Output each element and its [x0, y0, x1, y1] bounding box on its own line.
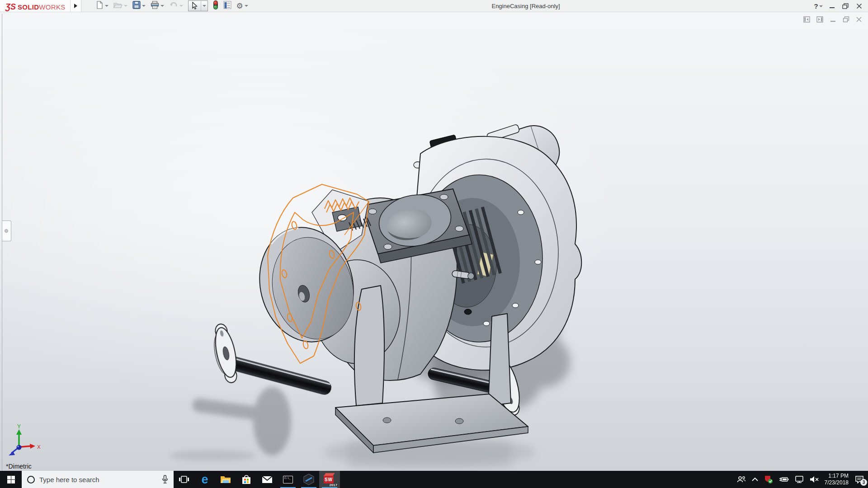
restore-button[interactable] — [839, 0, 852, 12]
people-button[interactable] — [737, 476, 746, 483]
solidworks-cube: SW — [324, 476, 334, 483]
command-prompt-button[interactable]: C:\_ — [278, 471, 298, 488]
print-icon — [151, 1, 159, 11]
triad-x-label: X — [37, 444, 41, 450]
command-prompt-icon: C:\_ — [283, 476, 293, 483]
chevron-up-icon — [752, 478, 758, 481]
options-caret-icon[interactable] — [245, 5, 248, 7]
select-tool-button[interactable] — [189, 1, 201, 11]
select-cursor-icon — [191, 2, 198, 10]
undo-button[interactable] — [168, 0, 184, 11]
window-title: EngineCasing [Read-only] — [458, 0, 594, 12]
open-folder-icon — [113, 1, 123, 11]
solidworks-logo-mark: ƷS — [5, 1, 16, 12]
people-icon — [737, 476, 746, 483]
taskbar-apps: e C:\_ — [174, 471, 340, 488]
options-gear-icon: ⚙ — [236, 2, 243, 10]
model-canvas[interactable] — [0, 12, 868, 471]
close-button[interactable] — [852, 0, 866, 12]
task-view-icon — [179, 475, 189, 483]
select-tool-caret[interactable] — [201, 1, 208, 11]
select-tool-group — [188, 0, 208, 11]
options-button[interactable]: ⚙ — [236, 2, 249, 10]
mail-button[interactable] — [257, 471, 278, 488]
solidworks-resource-monitor-icon — [764, 475, 773, 484]
save-caret-icon[interactable] — [142, 5, 146, 7]
search-input[interactable] — [39, 476, 157, 483]
cortana-icon — [27, 476, 35, 483]
solidworks-app-button[interactable]: SW 2017 — [319, 471, 340, 488]
start-button[interactable] — [0, 471, 22, 488]
task-view-button[interactable] — [174, 471, 194, 488]
help-button[interactable]: ? — [811, 0, 825, 12]
solidworks-year: 2017 — [329, 483, 337, 487]
solidworks-logo-light: WORKS — [39, 2, 65, 13]
print-caret-icon[interactable] — [160, 5, 164, 7]
tray-overflow-button[interactable] — [752, 478, 758, 481]
file-properties-icon — [223, 1, 231, 11]
windows-logo-icon — [7, 476, 15, 483]
new-document-icon — [96, 1, 104, 11]
menu-flyout-button[interactable] — [71, 0, 81, 12]
print-button[interactable] — [150, 0, 165, 11]
system-tray: 1:17 PM 7/23/2018 3 — [737, 471, 868, 488]
open-button[interactable] — [113, 0, 128, 11]
rebuild-traffic-light-icon — [213, 0, 218, 12]
menu-bar: ƷSSOLIDWORKS — [0, 0, 868, 12]
file-explorer-button[interactable] — [215, 471, 236, 488]
triad-y-label: Y — [17, 423, 21, 430]
power-button[interactable] — [779, 476, 789, 483]
window-controls: ? — [811, 0, 866, 12]
flyout-arrow-icon — [74, 4, 77, 8]
quick-access-toolbar: ⚙ — [95, 0, 249, 12]
help-caret-icon — [819, 5, 823, 7]
tray-clock[interactable]: 1:17 PM 7/23/2018 — [825, 473, 849, 486]
volume-muted-icon — [810, 476, 819, 483]
new-document-caret-icon[interactable] — [105, 5, 108, 7]
microphone-icon[interactable] — [162, 475, 168, 484]
taskbar-search[interactable] — [22, 471, 174, 488]
action-center-button[interactable]: 3 — [854, 475, 864, 484]
view-orientation-label: *Dimetric — [6, 463, 32, 470]
reference-triad: Y X — [5, 423, 46, 459]
open-caret-icon[interactable] — [124, 5, 127, 7]
power-battery-icon — [779, 476, 789, 483]
new-document-button[interactable] — [95, 0, 109, 11]
microsoft-store-button[interactable] — [236, 471, 257, 488]
network-display-icon — [795, 476, 804, 483]
solidworks-logo: ƷSSOLIDWORKS — [0, 0, 71, 12]
edge-icon: e — [201, 474, 208, 486]
restore-icon — [842, 3, 849, 9]
solidworks-app-icon: SW 2017 — [323, 473, 336, 486]
mail-icon — [262, 476, 273, 483]
select-caret-icon — [203, 5, 206, 7]
help-icon: ? — [814, 2, 818, 10]
save-floppy-icon — [132, 1, 141, 11]
minimize-button[interactable] — [825, 0, 839, 12]
tray-date: 7/23/2018 — [825, 479, 849, 486]
hexagon-app-icon — [303, 474, 315, 485]
notification-badge: 3 — [860, 479, 867, 486]
edge-button[interactable]: e — [194, 471, 215, 488]
network-button[interactable] — [795, 476, 804, 483]
close-icon — [856, 3, 862, 9]
solidworks-monitor-button[interactable] — [764, 475, 773, 484]
microsoft-store-icon — [242, 474, 251, 484]
graphics-viewport[interactable]: Y X *Dimetric — [0, 12, 868, 471]
undo-caret-icon[interactable] — [179, 5, 183, 7]
file-properties-button[interactable] — [222, 0, 232, 11]
file-explorer-icon — [220, 475, 231, 484]
windows-taskbar: e C:\_ — [0, 471, 868, 488]
hexagon-app-button[interactable] — [298, 471, 319, 488]
solidworks-logo-bold: SOLID — [18, 2, 39, 13]
tray-time: 1:17 PM — [825, 473, 849, 479]
rebuild-button[interactable] — [212, 0, 219, 12]
undo-icon — [169, 1, 178, 11]
save-button[interactable] — [132, 0, 146, 11]
minimize-icon — [830, 7, 835, 8]
volume-button[interactable] — [810, 476, 819, 483]
